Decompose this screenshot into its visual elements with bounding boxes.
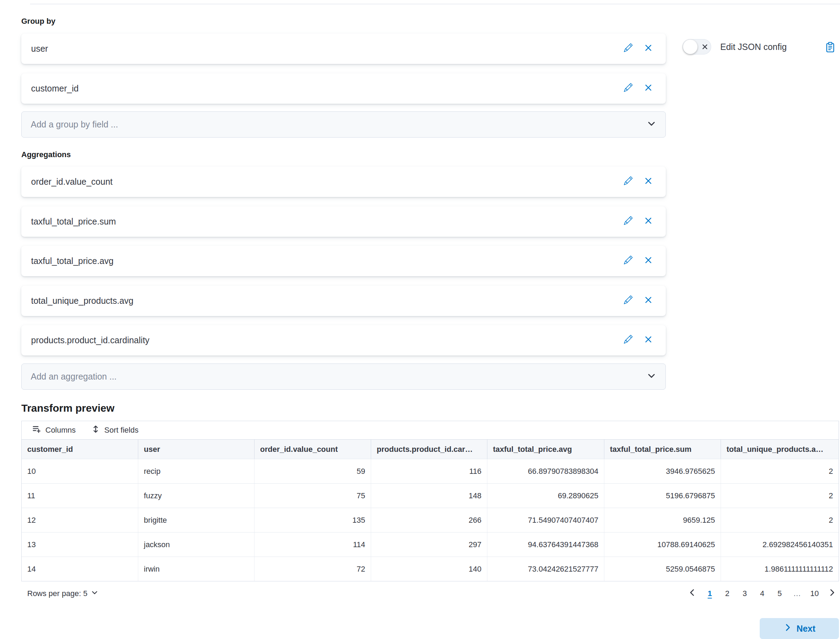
page-button-3[interactable]: 3	[738, 586, 752, 601]
edit-button[interactable]	[621, 41, 636, 57]
edit-button[interactable]	[621, 174, 636, 189]
header-cell-user[interactable]: user	[138, 440, 254, 459]
table-cell: 2	[721, 508, 838, 532]
rows-per-page-button[interactable]: Rows per page: 5	[21, 589, 98, 599]
table-cell: brigitte	[138, 508, 254, 532]
clipboard-icon	[825, 41, 836, 54]
table-row: 13 jackson 114 297 94.63764391447368 107…	[22, 532, 838, 556]
close-icon	[644, 216, 653, 227]
aggregation-item-label: products.product_id.cardinality	[31, 335, 621, 345]
close-icon	[644, 43, 653, 54]
table-cell: fuzzy	[138, 483, 254, 508]
prev-page-button[interactable]	[685, 586, 699, 601]
page-list: 1 2 3 4 5 … 10	[685, 586, 839, 601]
aggregation-item-label: taxful_total_price.sum	[31, 216, 621, 227]
table-row: 11 fuzzy 75 148 69.2890625 5196.6796875 …	[22, 483, 838, 508]
page-button-4[interactable]: 4	[755, 586, 769, 601]
table-cell: 14	[22, 557, 138, 581]
chevron-left-icon	[688, 588, 697, 599]
table-cell: jackson	[138, 532, 254, 556]
add-group-by-field-select[interactable]: Add a group by field ...	[21, 111, 666, 138]
close-icon	[644, 176, 653, 188]
next-button-label: Next	[796, 624, 815, 634]
table-cell: 66.89790783898304	[487, 459, 604, 483]
edit-button[interactable]	[621, 214, 636, 229]
group-by-label: Group by	[21, 17, 56, 26]
edit-button[interactable]	[621, 293, 636, 309]
table-row: 12 brigitte 135 266 71.54907407407407 96…	[22, 508, 838, 532]
chevron-right-icon	[783, 623, 792, 634]
table-cell: 297	[371, 532, 487, 556]
columns-button-label: Columns	[45, 426, 76, 435]
pencil-icon	[624, 176, 633, 187]
table-cell: 116	[371, 459, 487, 483]
aggregation-item: taxful_total_price.avg	[21, 246, 666, 276]
edit-json-config-label: Edit JSON config	[720, 42, 787, 52]
page-button-1[interactable]: 1	[703, 586, 717, 601]
close-icon	[644, 296, 653, 307]
table-cell: 5196.6796875	[604, 483, 721, 508]
chevron-right-icon	[827, 588, 837, 599]
remove-button[interactable]	[641, 293, 656, 309]
table-cell: 75	[254, 483, 371, 508]
table-cell: 135	[254, 508, 371, 532]
header-cell-taxful-total-price-sum[interactable]: taxful_total_price.sum	[604, 440, 721, 459]
table-cell: 266	[371, 508, 487, 532]
header-cell-order-id-value-count[interactable]: order_id.value_count	[254, 440, 371, 459]
header-cell-products-product-id-cardinality[interactable]: products.product_id.car…	[371, 440, 487, 459]
rows-per-page-label: Rows per page: 5	[27, 589, 87, 598]
next-page-button[interactable]	[825, 586, 839, 601]
header-cell-total-unique-products-avg[interactable]: total_unique_products.a…	[721, 440, 838, 459]
table-cell: 72	[254, 557, 371, 581]
page-button-10[interactable]: 10	[808, 586, 821, 601]
chevron-down-icon	[646, 119, 656, 130]
edit-json-config-switch[interactable]	[683, 39, 711, 54]
table-cell: 71.54907407407407	[487, 508, 604, 532]
switch-knob	[683, 40, 697, 54]
page-button-5[interactable]: 5	[773, 586, 787, 601]
table-cell: 9659.125	[604, 508, 721, 532]
table-row: 14 irwin 72 140 73.04242621527777 5259.0…	[22, 556, 838, 581]
page-button-2[interactable]: 2	[720, 586, 734, 601]
table-cell: 10788.69140625	[604, 532, 721, 556]
table-cell: 94.63764391447368	[487, 532, 604, 556]
table-cell: irwin	[138, 557, 254, 581]
close-icon	[644, 83, 653, 94]
pencil-icon	[624, 43, 633, 54]
aggregation-item: taxful_total_price.sum	[21, 207, 666, 237]
edit-button[interactable]	[621, 333, 636, 348]
columns-button[interactable]: Columns	[32, 424, 76, 436]
next-button[interactable]: Next	[760, 618, 839, 639]
top-divider	[30, 4, 840, 4]
edit-button[interactable]	[621, 253, 636, 269]
switch-off-icon	[702, 43, 708, 50]
close-icon	[644, 335, 653, 346]
table-pagination: Rows per page: 5 1 2 3 4 5 … 10	[21, 586, 839, 601]
page-ellipsis: …	[790, 586, 804, 601]
remove-button[interactable]	[641, 174, 656, 189]
remove-button[interactable]	[641, 214, 656, 229]
aggregation-item: total_unique_products.avg	[21, 286, 666, 316]
pencil-icon	[624, 83, 633, 94]
remove-button[interactable]	[641, 41, 656, 57]
group-by-item-label: user	[31, 44, 621, 54]
copy-config-button[interactable]	[823, 40, 838, 56]
up-down-arrows-icon	[91, 424, 100, 436]
remove-button[interactable]	[641, 333, 656, 348]
table-cell: 69.2890625	[487, 483, 604, 508]
remove-button[interactable]	[641, 253, 656, 269]
pencil-icon	[624, 256, 633, 266]
edit-button[interactable]	[621, 81, 636, 96]
pencil-icon	[624, 296, 633, 306]
table-cell: 114	[254, 532, 371, 556]
json-config-row: Edit JSON config	[683, 39, 787, 54]
table-cell: 3946.9765625	[604, 459, 721, 483]
sort-fields-button[interactable]: Sort fields	[91, 424, 138, 436]
table-cell: 2	[721, 459, 838, 483]
header-cell-taxful-total-price-avg[interactable]: taxful_total_price.avg	[487, 440, 604, 459]
remove-button[interactable]	[641, 81, 656, 96]
aggregation-item: products.product_id.cardinality	[21, 325, 666, 356]
header-cell-customer-id[interactable]: customer_id	[22, 440, 138, 459]
add-aggregation-select[interactable]: Add an aggregation ...	[21, 364, 666, 390]
aggregation-item: order_id.value_count	[21, 167, 666, 197]
